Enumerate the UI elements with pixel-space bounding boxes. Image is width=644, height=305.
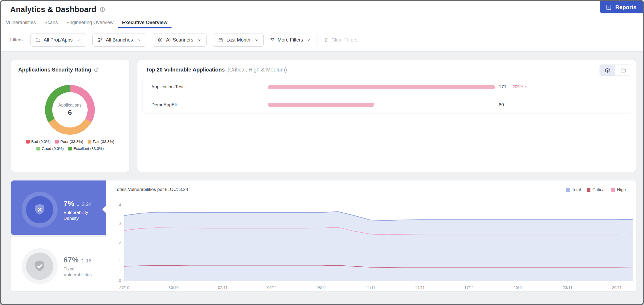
tab-bar: Vulnerabilities Scans Engineering Overvi… — [1, 18, 643, 28]
divider — [317, 35, 317, 45]
filters-label: Filters: — [10, 37, 24, 43]
folder-view-toggle[interactable] — [615, 65, 631, 76]
y-tick-label: 3 — [112, 221, 121, 226]
tab-vulnerabilities[interactable]: Vulnerabilities — [2, 18, 40, 28]
report-chart-icon — [606, 4, 612, 10]
rating-card-title: Applications Security Rating — [11, 60, 129, 73]
x-tick-label: 11/11 — [362, 285, 379, 290]
legend-item-bad: Bad (0.0%) — [26, 140, 51, 144]
y-tick-label: 2 — [112, 240, 121, 245]
x-tick-label: 17/11 — [461, 285, 477, 290]
x-tick-label: 02/11 — [215, 285, 231, 290]
chevron-down-icon — [307, 38, 311, 42]
x-tick-label: 14/11 — [411, 285, 428, 290]
legend-swatch — [88, 140, 91, 144]
top-cards-row: Applications Security Rating Application… — [11, 60, 636, 172]
legend-swatch — [587, 188, 590, 192]
clear-filters-button[interactable]: Clear Filters — [324, 37, 357, 43]
tab-executive-overview[interactable]: Executive Overview — [118, 18, 172, 28]
app-row[interactable]: DemoAppEli 80 - — [143, 96, 631, 114]
trend-badge: 205% ↑ — [512, 85, 527, 89]
trash-icon — [324, 37, 329, 42]
more-filters-button[interactable]: More Filters — [270, 37, 311, 43]
layers-view-toggle[interactable] — [600, 65, 615, 76]
chevron-down-icon — [77, 38, 81, 42]
legend-swatch — [26, 140, 30, 144]
bottom-row: 7% ↓ 3.24 Vulnerability Density — [11, 180, 636, 291]
x-tick-label: 05/11 — [264, 285, 280, 290]
layers-icon — [605, 67, 610, 73]
x-tick-label: 08/11 — [313, 285, 330, 290]
x-tick-label: 26/11 — [609, 285, 625, 290]
legend-swatch — [68, 147, 72, 150]
legend-item-poor: Poor (33.3%) — [55, 140, 83, 144]
selected-card-pointer — [102, 206, 106, 213]
folder-icon — [620, 67, 626, 73]
trend-chart-legend: Total Critical High — [566, 187, 626, 192]
legend-swatch — [611, 188, 615, 192]
reports-button[interactable]: Reports — [600, 1, 643, 13]
fixed-vulnerabilities-card[interactable]: 67% ↑ 16 Fixed Vulnerabilities — [11, 237, 106, 291]
app-row[interactable]: Application-Test 171 205% ↑ — [143, 78, 631, 96]
legend-item-fair: Fair (33.3%) — [88, 140, 114, 144]
divider — [509, 103, 509, 107]
vulnerable-apps-list: Application-Test 171 205% ↑ DemoAppEli 8… — [143, 78, 631, 114]
legend-swatch — [36, 147, 40, 150]
top-vulnerable-apps-card: Top 20 Vulnerable Applications (Critical… — [137, 60, 636, 172]
x-tick-label: 20/11 — [510, 285, 527, 290]
x-tick-label: 23/11 — [559, 285, 576, 290]
chevron-down-icon — [197, 38, 201, 42]
y-tick-label: 1 — [112, 259, 121, 264]
info-icon[interactable] — [100, 7, 105, 12]
folder-icon — [35, 37, 40, 43]
filter-proj-apps-dropdown[interactable]: All Proj./Apps — [30, 33, 86, 47]
legend-item-excellent: Excellent (33.3%) — [68, 146, 104, 151]
branch-icon — [98, 37, 103, 43]
trend-chart-title: Totals Vulnerabilities per kLOC: 3.24 — [115, 187, 188, 192]
legend-swatch — [566, 188, 570, 192]
y-tick-label: 0 — [112, 278, 121, 283]
view-toggle-group — [600, 65, 631, 76]
metric-cards-column: 7% ↓ 3.24 Vulnerability Density — [11, 180, 106, 291]
info-icon[interactable] — [94, 67, 99, 72]
legend-item-high[interactable]: High — [611, 187, 626, 192]
legend-item-critical[interactable]: Critical — [587, 187, 605, 192]
metric-circle — [22, 248, 58, 284]
page-title: Analytics & Dashboard — [10, 5, 96, 14]
legend-item-total[interactable]: Total — [566, 187, 581, 192]
scanner-icon — [158, 37, 163, 43]
legend-swatch — [55, 140, 59, 144]
security-rating-donut-chart[interactable]: Applications 6 — [45, 85, 95, 135]
metric-circle — [22, 192, 58, 228]
funnel-icon — [270, 37, 275, 42]
x-tick-label: 30/10 — [165, 285, 182, 290]
applications-count: 6 — [68, 108, 72, 117]
calendar-icon — [218, 37, 223, 43]
vulnerability-density-card[interactable]: 7% ↓ 3.24 Vulnerability Density — [11, 180, 106, 235]
y-tick-label: 4 — [112, 202, 121, 207]
rating-legend: Bad (0.0%) Poor (33.3%) Fair (33.3%) Goo… — [11, 140, 129, 151]
trend-chart-panel: Totals Vulnerabilities per kLOC: 3.24 To… — [106, 180, 636, 291]
legend-item-good: Good (0.0%) — [36, 146, 64, 151]
chevron-down-icon — [254, 38, 259, 42]
shield-x-icon — [32, 202, 47, 217]
arrow-up-icon: ↑ — [81, 257, 84, 264]
header: Analytics & Dashboard Reports — [1, 1, 643, 18]
shield-check-icon — [32, 259, 47, 273]
vulnerabilities-trend-chart[interactable] — [124, 205, 633, 283]
filters-bar: Filters: All Proj./Apps All Branches All… — [1, 28, 643, 52]
applications-security-rating-card: Applications Security Rating Application… — [11, 60, 129, 172]
filter-scanners-dropdown[interactable]: All Scanners — [153, 33, 207, 47]
filter-branches-dropdown[interactable]: All Branches — [92, 33, 146, 47]
x-tick-label: 27/10 — [116, 285, 133, 290]
top-apps-title: Top 20 Vulnerable Applications (Critical… — [137, 60, 636, 73]
filter-period-dropdown[interactable]: Last Month — [213, 33, 264, 47]
tab-scans[interactable]: Scans — [40, 18, 62, 28]
trend-badge: - — [512, 103, 514, 107]
app-window: Analytics & Dashboard Reports Vulnerabil… — [0, 0, 644, 305]
vuln-bar — [268, 103, 495, 107]
donut-center: Applications 6 — [52, 92, 88, 127]
tab-engineering-overview[interactable]: Engineering Overview — [62, 18, 118, 28]
vuln-bar — [268, 85, 495, 89]
arrow-down-icon: ↓ — [76, 200, 80, 208]
